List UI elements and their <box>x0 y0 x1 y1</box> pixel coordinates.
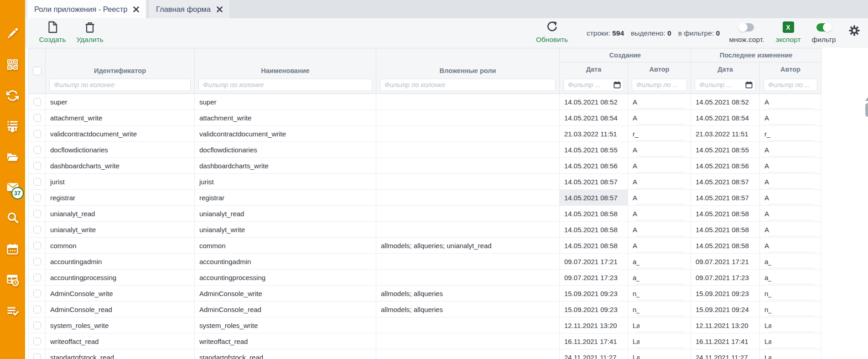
cell-identifier[interactable]: accountingprocessing <box>46 270 195 286</box>
sidebar-item-mail[interactable]: 37 <box>0 179 25 195</box>
cell-creation-author[interactable]: a_ <box>628 270 691 286</box>
cell-identifier[interactable]: AdminConsole_read <box>46 302 195 317</box>
cell-nested-roles[interactable]: allmodels; allqueries <box>376 286 560 302</box>
cell-creation-date[interactable]: 09.07.2021 17:23 <box>560 270 628 286</box>
cell-creation-date[interactable]: 12.11.2021 13:20 <box>560 317 628 333</box>
cell-modification-date[interactable]: 14.05.2021 08:56 <box>691 158 760 174</box>
cell-modification-author[interactable]: La <box>760 349 821 359</box>
table-row[interactable]: dashboardcharts_write dashboardcharts_wr… <box>29 158 821 174</box>
sidebar-item-search[interactable] <box>0 209 25 226</box>
sidebar-item-table-clock[interactable] <box>0 272 25 288</box>
row-checkbox[interactable] <box>33 354 41 359</box>
cell-name[interactable]: jurist <box>195 174 376 190</box>
cell-creation-author[interactable]: A <box>628 110 691 126</box>
identifier-filter-input[interactable] <box>49 78 191 91</box>
cell-name[interactable]: validcontractdocument_write <box>195 126 376 142</box>
row-checkbox[interactable] <box>33 98 41 106</box>
cell-modification-date[interactable]: 09.07.2021 17:23 <box>691 270 760 286</box>
cell-creation-date[interactable]: 14.05.2021 08:58 <box>560 206 628 222</box>
multisort-toggle[interactable]: множ.сорт. <box>725 20 769 44</box>
cell-modification-author[interactable]: A <box>760 190 821 206</box>
cell-modification-author[interactable]: A <box>760 174 821 190</box>
cell-name[interactable]: common <box>195 238 376 254</box>
column-header-nested-roles[interactable]: Вложенные роли <box>376 48 560 76</box>
cell-modification-author[interactable]: A <box>760 110 821 126</box>
row-checkbox[interactable] <box>33 146 41 154</box>
cell-identifier[interactable]: unianalyt_read <box>46 206 195 222</box>
tab-close-icon[interactable] <box>127 6 140 13</box>
cell-nested-roles[interactable] <box>376 94 560 110</box>
cell-creation-author[interactable]: A <box>628 238 691 254</box>
cell-modification-date[interactable]: 21.03.2022 11:51 <box>691 126 760 142</box>
cell-modification-date[interactable]: 15.09.2021 09:23 <box>691 286 760 302</box>
cell-creation-author[interactable]: A <box>628 190 691 206</box>
sidebar-item-folder[interactable] <box>0 149 25 166</box>
cell-identifier[interactable]: docflowdictionaries <box>46 142 195 158</box>
cell-creation-author[interactable]: La <box>628 349 691 359</box>
creation-author-filter-input[interactable] <box>632 78 687 91</box>
cell-modification-date[interactable]: 09.07.2021 17:21 <box>691 254 760 270</box>
settings-button[interactable] <box>848 25 860 36</box>
cell-nested-roles[interactable]: allmodels; allqueries; unianalyt_read <box>376 238 560 254</box>
cell-name[interactable]: attachment_write <box>195 110 376 126</box>
table-row[interactable]: docflowdictionaries docflowdictionaries … <box>29 142 821 158</box>
table-row[interactable]: validcontractdocument_write validcontrac… <box>29 126 821 142</box>
cell-identifier[interactable]: dashboardcharts_write <box>46 158 195 174</box>
vertical-scrollbar[interactable] <box>865 94 868 359</box>
cell-creation-date[interactable]: 09.07.2021 17:21 <box>560 254 628 270</box>
cell-modification-author[interactable]: r_ <box>760 126 821 142</box>
cell-identifier[interactable]: common <box>46 238 195 254</box>
row-checkbox[interactable] <box>33 178 41 186</box>
cell-creation-date[interactable]: 14.05.2021 08:55 <box>560 142 628 158</box>
name-filter-input[interactable] <box>198 78 372 91</box>
cell-modification-date[interactable]: 15.09.2021 09:24 <box>691 302 760 317</box>
refresh-button[interactable]: Обновить <box>531 20 572 44</box>
cell-modification-author[interactable]: n_ <box>760 286 821 302</box>
row-checkbox[interactable] <box>33 226 41 234</box>
cell-creation-author[interactable]: La <box>628 317 691 333</box>
cell-modification-date[interactable]: 24.11.2021 11:27 <box>691 349 760 359</box>
row-checkbox[interactable] <box>33 258 41 265</box>
cell-creation-date[interactable]: 14.05.2021 08:56 <box>560 158 628 174</box>
modification-author-filter-input[interactable] <box>764 78 817 91</box>
cell-identifier[interactable]: writeoffact_read <box>46 333 195 349</box>
cell-nested-roles[interactable] <box>376 270 560 286</box>
cell-creation-author[interactable]: A <box>628 222 691 238</box>
cell-modification-date[interactable]: 14.05.2021 08:55 <box>691 142 760 158</box>
table-row[interactable]: unianalyt_write unianalyt_write 14.05.20… <box>29 222 821 238</box>
scroll-up-icon[interactable] <box>865 97 868 101</box>
cell-modification-date[interactable]: 14.05.2021 08:57 <box>691 190 760 206</box>
cell-creation-date[interactable]: 16.11.2021 17:41 <box>560 333 628 349</box>
nested-roles-filter-input[interactable] <box>380 78 556 91</box>
cell-modification-date[interactable]: 12.11.2021 13:20 <box>691 317 760 333</box>
cell-identifier[interactable]: registrar <box>46 190 195 206</box>
table-row[interactable]: standartofstock_read standartofstock_rea… <box>29 349 821 359</box>
table-row[interactable]: AdminConsole_write AdminConsole_write al… <box>29 286 821 302</box>
cell-identifier[interactable]: jurist <box>46 174 195 190</box>
cell-nested-roles[interactable] <box>376 317 560 333</box>
cell-modification-date[interactable]: 14.05.2021 08:58 <box>691 222 760 238</box>
table-row[interactable]: system_roles_write system_roles_write 12… <box>29 317 821 333</box>
row-checkbox[interactable] <box>33 242 41 250</box>
cell-modification-author[interactable]: A <box>760 94 821 110</box>
table-row[interactable]: attachment_write attachment_write 14.05.… <box>29 110 821 126</box>
column-header-identifier[interactable]: Идентификатор <box>46 48 195 76</box>
table-row[interactable]: super super 14.05.2021 08:52 A 14.05.202… <box>29 94 821 110</box>
cell-modification-author[interactable]: A <box>760 238 821 254</box>
cell-name[interactable]: AdminConsole_write <box>195 286 376 302</box>
cell-creation-author[interactable]: n_ <box>628 302 691 317</box>
cell-creation-date[interactable]: 14.05.2021 08:57 <box>560 174 628 190</box>
row-checkbox[interactable] <box>33 290 41 297</box>
cell-modification-date[interactable]: 14.05.2021 08:52 <box>691 94 760 110</box>
select-all-checkbox[interactable] <box>33 67 42 75</box>
cell-modification-author[interactable]: n_ <box>760 302 821 317</box>
cell-name[interactable]: writeoffact_read <box>195 333 376 349</box>
cell-name[interactable]: standartofstock_read <box>195 349 376 359</box>
table-row[interactable]: registrar registrar 14.05.2021 08:57 A 1… <box>29 190 821 206</box>
cell-name[interactable]: accountingadmin <box>195 254 376 270</box>
cell-identifier[interactable]: validcontractdocument_write <box>46 126 195 142</box>
cell-creation-date[interactable]: 14.05.2021 08:52 <box>560 94 628 110</box>
filter-toggle[interactable]: фильтр <box>802 20 846 44</box>
toggle-on-icon[interactable] <box>816 23 831 31</box>
row-checkbox[interactable] <box>33 114 41 122</box>
